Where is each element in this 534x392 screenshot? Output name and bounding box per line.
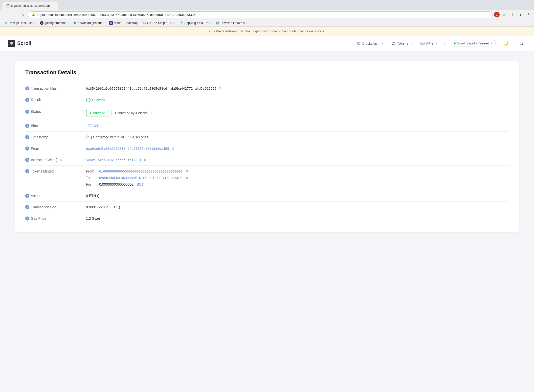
label-gas-price: i Gas Price <box>25 216 81 220</box>
search-icon <box>519 41 523 45</box>
theme-toggle-button[interactable]: 🌙 <box>502 39 511 48</box>
copy-from-icon[interactable]: ⧉ <box>172 146 174 151</box>
copy-hash-icon[interactable]: ⧉ <box>219 86 221 90</box>
browser-tabs: sepolia-blockscout.scroll.io/tx/0x854... <box>0 0 534 10</box>
address-bar[interactable]: 🔒 sepolia-blockscout.scroll.io/tx/0x8542… <box>28 11 493 18</box>
success-circle-icon: ✓ <box>86 98 91 102</box>
svg-rect-1 <box>10 43 13 44</box>
nav-divider <box>444 41 445 46</box>
network-badge[interactable]: Scroll Sepolia Testnet ▼ <box>451 40 496 46</box>
apis-icon <box>420 41 425 45</box>
bookmark-simple[interactable]: FC Do The Simple Thi... <box>142 21 176 25</box>
row-from: i From 0xa9Cebd3cE0AB96B0f549AcE55fEa204… <box>25 143 509 154</box>
interacted-address-link[interactable]: ScoreToken (0x5cadbd-fb1205) <box>86 158 141 162</box>
browser-chrome: sepolia-blockscout.scroll.io/tx/0x854...… <box>0 0 534 27</box>
copy-interacted-icon[interactable]: ⧉ <box>144 158 146 162</box>
row-gas-price: i Gas Price 1.2 Gwei <box>25 213 509 224</box>
label-status: i Status <box>25 110 81 114</box>
lock-icon: 🔒 <box>32 13 35 16</box>
label-transaction-hash: i Transaction Hash <box>25 86 81 90</box>
value-tokens-minted: From 0x000000000000000000000000000000000… <box>86 169 509 186</box>
bookmark-geofabr[interactable]: D download.geofabr... <box>72 21 105 25</box>
bookmark-how[interactable]: US How can I move s... <box>215 21 248 25</box>
network-dot <box>454 42 456 44</box>
result-text: Success <box>92 98 105 102</box>
forward-button[interactable]: → <box>11 11 18 18</box>
label-block: i Block <box>25 124 81 128</box>
bookmark-label: Receipt Bank - sc... <box>9 21 35 25</box>
bookmark-label: Modal · Bootstrap <box>114 21 138 25</box>
value-timestamp: ⏱ | Confirmed within <= 3.354 seconds <box>86 135 509 139</box>
token-for-value: 0.0000000000000002 <box>99 182 134 186</box>
tab-label: sepolia-blockscout.scroll.io/tx/0x854... <box>11 4 54 8</box>
bookmark-applying[interactable]: A Applying for a Fre... <box>179 21 212 25</box>
value-status: Confirmed Confirmed by 4 blocks <box>86 110 509 116</box>
toolbar-actions: C ☆ ⇧ ▾ ⋮ <box>494 11 532 18</box>
search-button[interactable] <box>517 39 526 48</box>
back-button[interactable]: ← <box>2 11 9 18</box>
info-icon-tokens: i <box>25 169 29 173</box>
info-icon-tx-fee: i <box>25 205 29 209</box>
share-button[interactable]: ⇧ <box>509 11 516 18</box>
timestamp-row: ⏱ | Confirmed within <= 3.354 seconds <box>86 135 148 139</box>
row-status: i Status Confirmed Confirmed by 4 blocks <box>25 106 509 120</box>
nav-apis-label: APIs <box>426 41 434 45</box>
site-logo[interactable]: Scroll <box>8 40 31 47</box>
bookmark-button[interactable]: ☆ <box>501 11 508 18</box>
hash-value: 0x8542661a9e63370f31440adc23a43c5805e58c… <box>86 87 217 90</box>
extensions-button[interactable]: ▾ <box>517 11 524 18</box>
label-from: i From <box>25 146 81 151</box>
eth-value: 0 ETH () <box>86 194 99 198</box>
network-label: Scroll Sepolia Testnet <box>457 41 489 45</box>
menu-button[interactable]: ⋮ <box>525 11 532 18</box>
chrome-profile-icon[interactable]: C <box>494 12 500 17</box>
svg-point-3 <box>392 42 395 44</box>
bookmark-modal[interactable]: B Modal · Bootstrap <box>108 21 139 25</box>
label-timestamp: i Timestamp <box>25 135 81 139</box>
bookmark-label: Do The Simple Thi... <box>147 21 175 25</box>
token-from-label: From <box>86 169 96 173</box>
label-tx-fee: i Transaction Fee <box>25 205 81 209</box>
row-result: i Result ✓ Success <box>25 94 509 106</box>
label-interacted: i Interacted With (To) <box>25 158 81 162</box>
bookmark-golang[interactable]: G golang/protobuf... <box>39 21 69 25</box>
nav-apis[interactable]: APIs ▼ <box>419 39 438 47</box>
confirmed-blocks-badge: Confirmed by 4 blocks <box>111 110 151 116</box>
bookmarks-bar: R Receipt Bank - sc... G golang/protobuf… <box>0 20 534 27</box>
reload-button[interactable]: ✕ <box>19 11 26 18</box>
nav-tokens[interactable]: Tokens ▼ <box>391 39 413 47</box>
copy-token-from-icon[interactable]: ⧉ <box>186 169 188 173</box>
nav-blockchain[interactable]: Blockchain ▼ <box>356 39 385 47</box>
value-from: 0xa9Cebd3cE0AB96B0f549AcE55fEa20413320a4… <box>86 146 509 151</box>
token-from-address[interactable]: 0x00000000000000000000000000000000000000… <box>99 169 182 173</box>
active-tab[interactable]: sepolia-blockscout.scroll.io/tx/0x854... <box>2 2 58 10</box>
bookmark-favicon-simple: FC <box>143 21 146 25</box>
info-icon-from: i <box>25 146 29 151</box>
tab-loading-spinner <box>6 4 10 8</box>
bookmark-receipt-bank[interactable]: R Receipt Bank - sc... <box>3 21 36 25</box>
token-for-row: For 0.0000000000000002 SCT <box>86 182 509 186</box>
main-area: Transaction Details i Transaction Hash 0… <box>0 51 534 242</box>
token-to-address[interactable]: 0xa9Cebd3cE0AB96B0f549AcE55fEa20413320a4… <box>99 176 182 180</box>
bookmark-favicon-applying: A <box>180 21 183 25</box>
token-to-label: To <box>86 176 96 180</box>
value-transaction-hash: 0x8542661a9e63370f31440adc23a43c5805e58c… <box>86 86 509 90</box>
bookmark-favicon-receipt: R <box>4 21 8 25</box>
info-icon-hash: i <box>25 86 29 90</box>
block-link[interactable]: 1771401 <box>86 124 100 128</box>
token-unit-link[interactable]: SCT <box>137 182 144 186</box>
page-content: - We're indexing this chain right now. S… <box>0 27 534 392</box>
blockchain-icon <box>357 41 361 45</box>
label-tokens-minted: i Tokens Minted <box>25 169 81 173</box>
info-icon-interacted: i <box>25 158 29 162</box>
site-nav: Scroll Blockchain ▼ Tokens ▼ <box>0 36 534 51</box>
value-gas-price: 1.2 Gwei <box>86 216 509 220</box>
row-interacted: i Interacted With (To) ScoreToken (0x5ca… <box>25 154 509 166</box>
row-value: i Value 0 ETH () <box>25 190 509 202</box>
bookmark-favicon-how: US <box>216 21 219 25</box>
copy-token-to-icon[interactable]: ⧉ <box>186 176 188 180</box>
value-result: ✓ Success <box>86 98 509 102</box>
network-dropdown-arrow: ▼ <box>490 42 493 45</box>
from-address-link[interactable]: 0xa9Cebd3cE0AB96B0f549AcE55fEa20413320a4… <box>86 147 169 151</box>
timestamp-text: | Confirmed within <= 3.354 seconds <box>91 135 148 139</box>
